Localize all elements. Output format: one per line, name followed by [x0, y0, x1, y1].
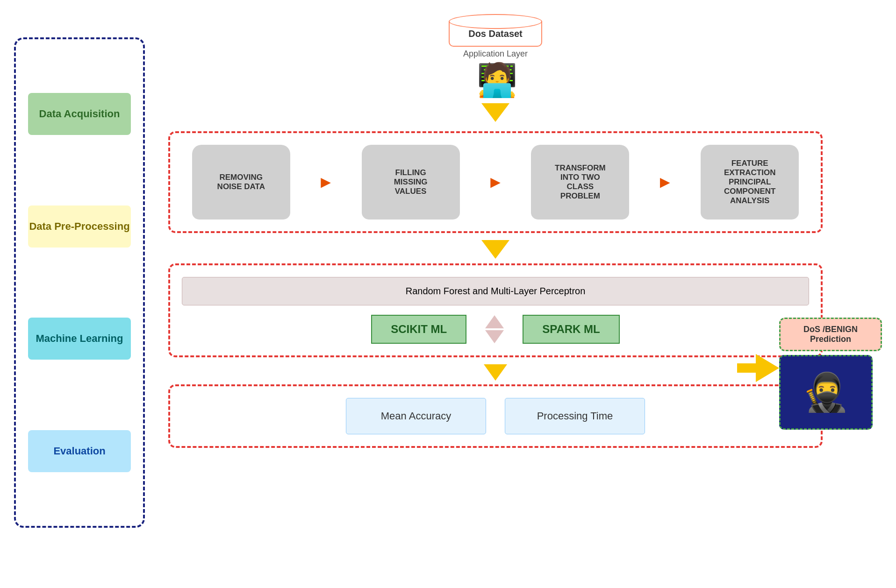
ml-row: SCIKIT ML SPARK ML: [182, 315, 809, 344]
double-arrow-icon: [485, 315, 504, 343]
sidebar-item-evaluation: Evaluation: [28, 430, 131, 472]
scikit-label: SCIKIT ML: [371, 315, 466, 344]
eval-row: Mean Accuracy Processing Time: [182, 398, 809, 434]
cylinder-top: [449, 14, 542, 29]
ml-box-container: Random Forest and Multi-Layer Perceptron…: [168, 263, 823, 357]
dataset-section: Dos Dataset Application Layer 🧑‍💻: [168, 14, 823, 127]
sidebar-item-data-acquisition: Data Acquisition: [28, 93, 131, 135]
prediction-label: DoS /BENIGN Prediction: [779, 318, 882, 351]
step-transform-two-class: TRANSFORM INTO TWO CLASS PROBLEM: [531, 145, 629, 220]
ml-description-box: Random Forest and Multi-Layer Perceptron: [182, 277, 809, 305]
preprocessing-box: REMOVING NOISE DATA ► FILLING MISSING VA…: [168, 131, 823, 233]
prediction-image: 🥷: [779, 355, 873, 430]
prediction-section: DoS /BENIGN Prediction 🥷: [779, 318, 882, 430]
arrow-up-icon: [485, 315, 504, 328]
arrow-down-1: [481, 103, 509, 122]
sidebar-item-data-preprocessing: Data Pre-Processing: [28, 205, 131, 248]
evaluation-box: Mean Accuracy Processing Time: [168, 384, 823, 448]
app-layer-text: Application Layer: [463, 49, 528, 59]
sidebar-item-machine-learning: Machine Learning: [28, 318, 131, 360]
mean-accuracy-box: Mean Accuracy: [346, 398, 486, 434]
arrow-down-3: [484, 364, 507, 381]
arrow-orange-3: ►: [657, 172, 674, 192]
steps-row: REMOVING NOISE DATA ► FILLING MISSING VA…: [182, 145, 809, 220]
arrow-orange-2: ►: [487, 172, 504, 192]
step-removing-noise: REMOVING NOISE DATA: [192, 145, 290, 220]
step-filling-missing: FILLING MISSING VALUES: [362, 145, 460, 220]
step-feature-extraction: FEATURE EXTRACTION PRINCIPAL COMPONENT A…: [701, 145, 799, 220]
processing-time-box: Processing Time: [505, 398, 645, 434]
main-content: Dos Dataset Application Layer 🧑‍💻 REMOVI…: [168, 14, 823, 455]
hacker-icon: 🧑‍💻: [477, 61, 514, 99]
spark-label: SPARK ML: [523, 315, 620, 344]
arrow-down-icon: [485, 330, 504, 343]
left-sidebar: Data Acquisition Data Pre-Processing Mac…: [14, 37, 145, 528]
arrow-down-2: [481, 240, 509, 259]
arrow-right-big: [756, 354, 779, 382]
dataset-cylinder: Dos Dataset: [449, 14, 542, 47]
arrow-orange-1: ►: [317, 172, 334, 192]
